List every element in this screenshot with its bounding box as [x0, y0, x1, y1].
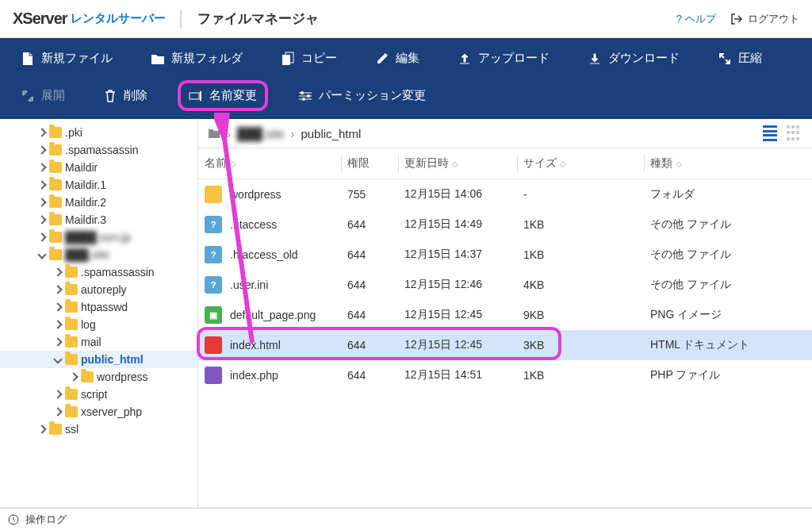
table-row[interactable]: ?.user.ini64412月15日 12:464KBその他 ファイル [198, 270, 812, 300]
view-switcher [763, 125, 802, 141]
edit-button[interactable]: 編集 [367, 46, 427, 71]
chevron-right-icon[interactable] [54, 390, 62, 398]
chevron-right-icon[interactable] [38, 198, 46, 206]
sidebar-item[interactable]: Maildir.2 [0, 194, 197, 211]
sidebar-item[interactable]: script [0, 386, 197, 403]
chevron-right-icon[interactable] [70, 373, 78, 381]
sidebar-item-label: ████.xsrv.jp [65, 231, 131, 244]
sidebar-item-label: Maildir.1 [65, 179, 106, 191]
logo: XServer レンタルサーバー [13, 10, 166, 28]
sidebar-item[interactable]: Maildir [0, 159, 197, 176]
svg-point-4 [307, 94, 310, 98]
table-row[interactable]: index.html64412月15日 12:453KBHTML ドキュメント [198, 330, 812, 360]
table-row[interactable]: wordpress75512月15日 14:06-フォルダ [198, 179, 812, 210]
png-icon: ▣ [205, 306, 222, 324]
copy-button[interactable]: コピー [273, 46, 345, 71]
sidebar-item[interactable]: wordpress [0, 368, 197, 386]
file-type: フォルダ [644, 179, 812, 210]
copy-icon [281, 52, 295, 66]
col-name[interactable]: 名前◇ [198, 148, 341, 179]
sidebar-item-label: .pki [65, 126, 82, 139]
unknown-icon: ? [205, 276, 222, 294]
sidebar-item-label: .spamassassin [81, 266, 155, 278]
svg-point-5 [302, 98, 305, 101]
permission-button[interactable]: パーミッション変更 [290, 83, 434, 108]
sidebar-item-label: .spamassassin [65, 144, 139, 156]
sidebar-item[interactable]: autoreply [0, 281, 197, 298]
new-folder-button[interactable]: 新規フォルダ [143, 46, 251, 71]
chevron-down-icon[interactable] [38, 251, 46, 259]
upload-button[interactable]: アップロード [450, 46, 557, 71]
table-row[interactable]: ▣default_page.png64412月15日 12:459KBPNG イ… [198, 300, 812, 330]
chevron-right-icon[interactable] [38, 216, 46, 224]
chevron-right-icon[interactable] [38, 163, 46, 171]
sidebar-item[interactable]: .spamassassin [0, 263, 197, 281]
col-size[interactable]: サイズ◇ [517, 148, 644, 179]
breadcrumb-item[interactable]: ███.site [237, 127, 284, 140]
file-name: .htaccess [230, 218, 277, 231]
folder-icon [65, 284, 78, 295]
breadcrumb: › ███.site › public_html [208, 127, 361, 140]
chevron-down-icon[interactable] [54, 355, 62, 363]
chevron-right-icon[interactable] [38, 181, 46, 189]
chevron-right-icon[interactable] [54, 268, 62, 276]
col-perm[interactable]: 権限 [341, 148, 398, 179]
col-type[interactable]: 種類◇ [644, 148, 812, 179]
folder-icon [208, 128, 220, 139]
sidebar-item[interactable]: .pki [0, 124, 197, 141]
chevron-right-icon[interactable] [38, 425, 46, 433]
col-date[interactable]: 更新日時◇ [398, 148, 517, 179]
folder-icon [49, 144, 62, 156]
sidebar-item[interactable]: htpasswd [0, 298, 197, 316]
logout-link[interactable]: ログアウト [730, 12, 799, 26]
chevron-right-icon[interactable] [54, 286, 62, 294]
file-size: 9KB [517, 300, 644, 330]
content: › ███.site › public_html 名前◇ 権限 更新日時◇ サイ… [198, 119, 812, 508]
chevron-right-icon[interactable] [54, 338, 62, 346]
breadcrumb-item[interactable]: public_html [301, 127, 361, 140]
download-icon [588, 52, 602, 66]
file-size: 1KB [517, 360, 644, 390]
chevron-right-icon[interactable] [38, 129, 46, 136]
table-row[interactable]: ?.htaccess_old64412月15日 14:371KBその他 ファイル [198, 240, 812, 270]
sidebar-item[interactable]: ssl [0, 421, 197, 438]
grid-view-button[interactable] [787, 125, 802, 141]
sidebar-item[interactable]: public_html [0, 351, 197, 368]
chevron-right-icon[interactable] [54, 408, 62, 416]
edit-label: 編集 [396, 51, 419, 66]
chevron-right-icon[interactable] [38, 146, 46, 154]
chevron-right-icon[interactable] [38, 233, 46, 241]
table-row[interactable]: index.php64412月15日 14:511KBPHP ファイル [198, 360, 812, 390]
sidebar-item[interactable]: log [0, 316, 197, 333]
sidebar-item[interactable]: ████.xsrv.jp [0, 229, 197, 246]
sidebar[interactable]: .pki.spamassassinMaildirMaildir.1Maildir… [0, 119, 198, 508]
delete-button[interactable]: 削除 [95, 83, 155, 108]
sidebar-item[interactable]: ███.site [0, 246, 197, 263]
footer: 操作ログ [0, 508, 812, 530]
sidebar-item-label: mail [81, 336, 102, 348]
file-name: .user.ini [230, 278, 268, 291]
file-name: index.html [230, 339, 281, 351]
rename-button[interactable]: 名前変更 [178, 80, 268, 111]
sidebar-item-label: autoreply [81, 283, 127, 296]
sidebar-item[interactable]: Maildir.1 [0, 176, 197, 194]
folder-icon [49, 127, 62, 138]
help-link[interactable]: ? ヘルプ [676, 12, 716, 26]
compress-button[interactable]: 圧縮 [710, 46, 770, 71]
table-row[interactable]: ?.htaccess64412月15日 14:491KBその他 ファイル [198, 209, 812, 240]
download-button[interactable]: ダウンロード [580, 46, 688, 71]
chevron-right-icon[interactable] [54, 303, 62, 311]
footer-log-label[interactable]: 操作ログ [25, 513, 67, 527]
folder-icon [65, 336, 78, 348]
sidebar-item-label: Maildir.3 [65, 213, 106, 226]
folder-add-icon [151, 52, 165, 66]
chevron-right-icon[interactable] [54, 321, 62, 328]
new-file-button[interactable]: 新規ファイル [13, 46, 121, 71]
sidebar-item[interactable]: mail [0, 333, 197, 351]
sidebar-item[interactable]: Maildir.3 [0, 211, 197, 229]
file-size: 1KB [517, 209, 644, 240]
list-view-button[interactable] [763, 125, 779, 141]
sidebar-item[interactable]: xserver_php [0, 403, 197, 421]
sidebar-item-label: script [81, 388, 107, 401]
sidebar-item[interactable]: .spamassassin [0, 141, 197, 159]
